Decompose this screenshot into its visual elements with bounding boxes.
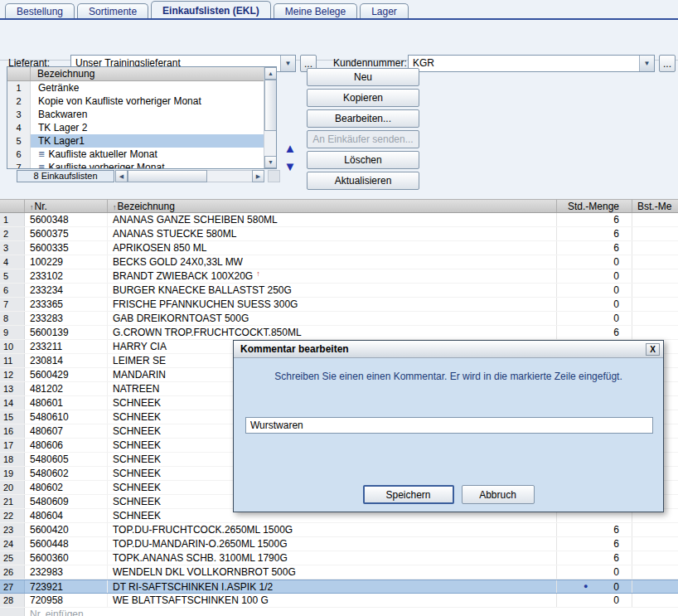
ekl-list-item[interactable]: 3Backwaren	[7, 108, 264, 121]
ekl-list-item[interactable]: 6≣Kaufliste aktueller Monat	[7, 148, 264, 161]
bezeichnung-text: G.CROWN TROP.FRUCHTCOCKT.850ML	[113, 326, 302, 339]
table-row[interactable]: 15600348ANANAS GANZE SCHEIBEN 580ML6	[0, 213, 678, 227]
row-number: 1	[7, 81, 31, 95]
ekl-list-item[interactable]: 2Kopie von Kaufliste vorheriger Monat	[7, 95, 264, 108]
kundennummer-more-button[interactable]: ...	[659, 55, 676, 72]
ekl-list-item[interactable]: 1Getränke	[7, 81, 264, 95]
scrollbar-thumb[interactable]	[128, 170, 207, 182]
cell-std-menge: 0	[557, 312, 632, 325]
cancel-button[interactable]: Abbruch	[462, 485, 535, 504]
bst-menge-column-header[interactable]: Bst.-Me	[632, 200, 678, 212]
bezeichnung-column-header[interactable]: ↑Bezeichnung	[108, 200, 557, 212]
scroll-corner	[268, 170, 280, 182]
aktualisieren-button[interactable]: Aktualisieren	[307, 172, 419, 190]
scroll-down-icon[interactable]: ▼	[264, 156, 277, 168]
scroll-left-icon[interactable]: ◀	[115, 170, 128, 182]
cell-nr: 5480610	[25, 410, 108, 424]
table-row[interactable]: 35600335APRIKOSEN 850 ML6	[0, 241, 678, 255]
application-window: BestellungSortimenteEinkaufslisten (EKL)…	[0, 0, 678, 616]
table-row[interactable]: 95600139G.CROWN TROP.FRUCHTCOCKT.850ML6	[0, 326, 678, 340]
table-row[interactable]: 25600375ANANAS STUECKE 580ML6	[0, 227, 678, 241]
cell-bezeichnung: G.CROWN TROP.FRUCHTCOCKT.850ML	[108, 326, 557, 339]
row-number: 9	[0, 326, 25, 339]
table-row[interactable]: 7233365FRISCHE PFANNKUCHEN SUESS 300G0	[0, 298, 678, 312]
bezeichnung-text: GAB DREIKORNTOAST 500G	[113, 312, 249, 325]
ekl-list-item[interactable]: 7≣Kaufliste vorheriger Monat	[7, 161, 264, 169]
neu-button[interactable]: Neu	[307, 68, 419, 86]
cell-bst-menge	[632, 523, 678, 536]
dialog-title: Kommentar bearbeiten	[240, 343, 349, 355]
bezeichnung-column-header[interactable]: Bezeichnung	[31, 67, 101, 80]
vertical-scrollbar[interactable]: ▲ ▼	[264, 67, 276, 168]
kopieren-button[interactable]: Kopieren	[307, 89, 419, 107]
tab-sortimente[interactable]: Sortimente	[77, 3, 148, 19]
move-down-button[interactable]: ▼	[282, 158, 298, 175]
table-row[interactable]: 255600360TOPK.ANANAS SCHB. 3100ML 1790G6	[0, 551, 678, 565]
close-icon[interactable]: X	[646, 343, 660, 356]
tab-bestellung[interactable]: Bestellung	[5, 3, 75, 19]
std-menge-value: 0	[613, 312, 619, 325]
cell-bezeichnung: WENDELN DKL VOLLKORNBROT 500G	[108, 565, 557, 579]
cell-bezeichnung: BURGER KNAECKE BALLASTST 250G	[108, 284, 557, 297]
std-menge-column-header[interactable]: Std.-Menge	[557, 200, 632, 212]
sort-ascending-icon: ↑	[113, 203, 117, 211]
table-row[interactable]: 245600448TOP.DU-MANDARIN-O.2650ML 1500G6	[0, 537, 678, 551]
ekl-list-item[interactable]: 5TK Lager1	[7, 134, 264, 148]
std-menge-value: 0	[613, 580, 619, 594]
cell-std-menge: 6	[557, 213, 632, 226]
table-row[interactable]: 8233283GAB DREIKORNTOAST 500G0	[0, 312, 678, 326]
bearbeiten-button[interactable]: Bearbeiten...	[307, 109, 419, 128]
an-eink-ufer-senden-button[interactable]: An Einkäufer senden...	[307, 130, 419, 148]
scroll-up-icon[interactable]: ▲	[264, 67, 277, 80]
scroll-right-icon[interactable]: ▶	[252, 170, 264, 182]
save-button[interactable]: Speichern	[363, 485, 454, 504]
nr-column-header[interactable]: ↑Nr.	[25, 200, 108, 212]
table-row[interactable]: 27723921DT RI-SAFTSCHINKEN I.ASPIK 1/2●0	[0, 580, 678, 594]
dialog-titlebar[interactable]: Kommentar bearbeiten X	[234, 341, 663, 358]
cell-std-menge: 6	[557, 551, 632, 565]
tab-label: Einkaufslisten (EKL)	[162, 5, 259, 17]
list-item-label: Getränke	[38, 82, 79, 94]
cell-nr: 5600348	[25, 213, 108, 226]
bezeichnung-text: TOPK.ANANAS SCHB. 3100ML 1790G	[113, 551, 288, 565]
row-number: 5	[7, 134, 31, 148]
table-row[interactable]: 26232983WENDELN DKL VOLLKORNBROT 500G0	[0, 565, 678, 580]
sort-ascending-icon: ↑	[30, 203, 34, 211]
cell-nr: 233234	[25, 284, 108, 297]
cell-nr: 723921	[25, 580, 108, 593]
move-up-button[interactable]: ▲	[282, 140, 298, 157]
tab-meine-belege[interactable]: Meine Belege	[274, 3, 357, 19]
cell-bst-menge	[632, 312, 678, 325]
tab-label: Meine Belege	[285, 6, 346, 17]
scrollbar-thumb[interactable]	[264, 80, 277, 131]
bezeichnung-text: SCHNEEK	[113, 396, 161, 410]
table-row[interactable]: 28720958WE BLATTSAFTSCHINKEN 100 G0	[0, 594, 678, 608]
table-row[interactable]: 4100229BECKS GOLD 24X0,33L MW0	[0, 255, 678, 269]
row-number: 4	[0, 255, 25, 269]
kundennummer-combobox[interactable]: KGR ▼	[408, 55, 655, 72]
table-row[interactable]: 235600420TOP.DU-FRUCHTCOCK.2650ML 1500G6	[0, 523, 678, 537]
cell-bezeichnung: APRIKOSEN 850 ML	[108, 241, 557, 255]
toolbar: Lieferant: Unser Trainingslieferant ▼ ..…	[0, 20, 678, 61]
horizontal-scrollbar[interactable]: ◀ ▶	[115, 170, 264, 182]
chevron-down-icon[interactable]: ▼	[280, 56, 295, 71]
row-number: 3	[7, 108, 31, 121]
std-menge-value: 0	[613, 284, 619, 297]
insert-row[interactable]: Nr. einfügen	[0, 608, 678, 616]
list-item-content: Getränke	[31, 81, 264, 95]
row-number: 19	[0, 467, 25, 480]
tab-lager[interactable]: Lager	[360, 3, 409, 19]
table-row[interactable]: 6233234BURGER KNAECKE BALLASTST 250G0	[0, 284, 678, 298]
comment-input[interactable]	[245, 417, 653, 434]
row-number: 16	[0, 424, 25, 438]
list-item-content: TK Lager 2	[31, 121, 264, 134]
std-menge-value: 6	[613, 227, 619, 240]
std-menge-value: 6	[613, 241, 619, 255]
tab-einkaufslisten-ekl[interactable]: Einkaufslisten (EKL)	[151, 1, 271, 19]
ekl-list-item[interactable]: 4TK Lager 2	[7, 121, 264, 134]
chevron-down-icon[interactable]: ▼	[639, 56, 654, 71]
table-row[interactable]: 5233102BRANDT ZWIEBACK 100X20G↑0	[0, 269, 678, 284]
l-schen-button[interactable]: Löschen	[307, 151, 419, 169]
ekl-list-panel: Bezeichnung 1Getränke2Kopie von Kauflist…	[7, 66, 277, 169]
cell-std-menge: 6	[557, 537, 632, 551]
